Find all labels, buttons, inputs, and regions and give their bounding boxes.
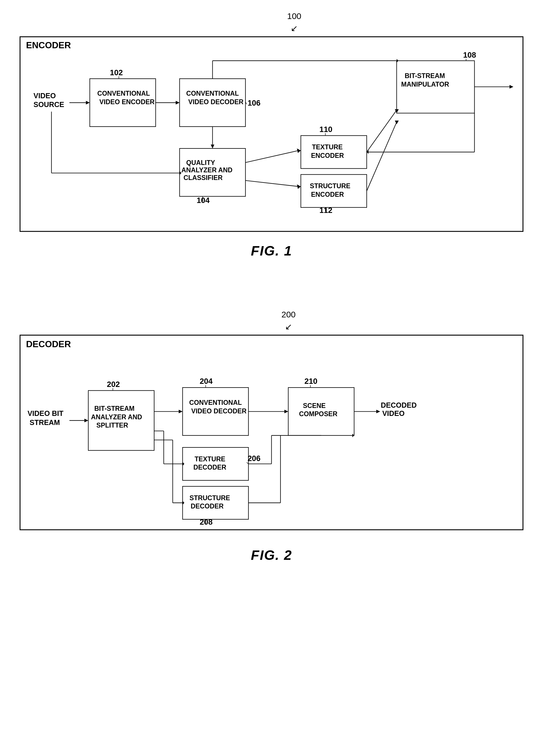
svg-marker-54 xyxy=(397,59,398,63)
svg-line-31 xyxy=(246,181,299,187)
svg-text:BIT-STREAM: BIT-STREAM xyxy=(94,405,135,412)
svg-text:DECODER: DECODER xyxy=(191,502,224,510)
svg-text:112: 112 xyxy=(319,206,332,215)
svg-text:STRUCTURE: STRUCTURE xyxy=(310,182,351,190)
svg-text:108: 108 xyxy=(463,51,476,59)
svg-marker-65 xyxy=(84,419,88,422)
svg-line-29 xyxy=(246,150,299,162)
svg-text:206: 206 xyxy=(248,454,261,463)
svg-line-45 xyxy=(367,122,397,191)
svg-marker-12 xyxy=(176,101,180,104)
figure-2-section: 200 ↙ DECODER VIDEO BIT STREAM BIT-STREA… xyxy=(17,310,526,563)
svg-text:VIDEO DECODER: VIDEO DECODER xyxy=(191,407,247,415)
svg-text:102: 102 xyxy=(110,68,123,77)
svg-text:DECODER: DECODER xyxy=(26,339,71,349)
svg-text:DECODER: DECODER xyxy=(193,464,226,471)
svg-text:VIDEO ENCODER: VIDEO ENCODER xyxy=(99,98,155,106)
svg-rect-60 xyxy=(20,335,523,530)
fig1-label: FIG. 1 xyxy=(251,243,292,259)
svg-marker-103 xyxy=(183,462,184,466)
svg-text:SOURCE: SOURCE xyxy=(33,100,64,108)
svg-marker-56 xyxy=(510,85,513,89)
svg-text:ENCODER: ENCODER xyxy=(311,152,344,159)
fig2-ref-200: 200 xyxy=(34,310,543,319)
svg-text:QUALITY: QUALITY xyxy=(186,159,215,166)
svg-text:MANIPULATOR: MANIPULATOR xyxy=(401,81,449,88)
svg-text:ENCODER: ENCODER xyxy=(311,191,344,198)
svg-text:106: 106 xyxy=(248,99,261,107)
svg-text:CONVENTIONAL: CONVENTIONAL xyxy=(186,90,239,97)
svg-marker-46 xyxy=(395,121,399,124)
fig2-svg: DECODER VIDEO BIT STREAM BIT-STREAM ANAL… xyxy=(17,332,526,542)
svg-text:STRUCTURE: STRUCTURE xyxy=(190,494,230,502)
svg-text:BIT-STREAM: BIT-STREAM xyxy=(405,72,445,79)
svg-text:TEXTURE: TEXTURE xyxy=(312,143,343,151)
svg-text:VIDEO BIT: VIDEO BIT xyxy=(28,410,64,418)
svg-marker-73 xyxy=(179,410,183,413)
svg-text:STREAM: STREAM xyxy=(30,418,60,426)
svg-line-43 xyxy=(367,110,397,152)
svg-text:204: 204 xyxy=(200,377,213,386)
svg-marker-30 xyxy=(297,148,301,153)
svg-text:DECODED: DECODED xyxy=(381,401,416,409)
svg-text:202: 202 xyxy=(107,380,120,389)
fig1-svg: ENCODER VIDEO SOURCE CONVENTIONAL VIDEO … xyxy=(17,34,526,237)
svg-text:VIDEO: VIDEO xyxy=(33,92,56,100)
svg-marker-80 xyxy=(284,410,288,413)
svg-text:TEXTURE: TEXTURE xyxy=(194,455,225,463)
svg-text:ENCODER: ENCODER xyxy=(26,40,71,50)
svg-text:210: 210 xyxy=(305,377,318,386)
fig2-label: FIG. 2 xyxy=(251,547,292,563)
fig2-diagram-wrapper: 200 ↙ DECODER VIDEO BIT STREAM BIT-STREA… xyxy=(17,310,526,542)
svg-marker-5 xyxy=(86,101,90,104)
figure-1-section: 100 ↙ ENCODER VIDEO SOURCE CONVENTIONAL … xyxy=(17,11,526,259)
page-content: 100 ↙ ENCODER VIDEO SOURCE CONVENTIONAL … xyxy=(17,11,526,563)
svg-text:VIDEO DECODER: VIDEO DECODER xyxy=(188,98,244,106)
svg-text:SPLITTER: SPLITTER xyxy=(97,422,128,429)
fig1-diagram-wrapper: 100 ↙ ENCODER VIDEO SOURCE CONVENTIONAL … xyxy=(17,11,526,237)
svg-text:VIDEO: VIDEO xyxy=(382,410,405,418)
svg-text:CLASSIFIER: CLASSIFIER xyxy=(183,174,223,181)
svg-marker-107 xyxy=(183,501,184,505)
svg-marker-32 xyxy=(297,185,301,189)
svg-text:208: 208 xyxy=(200,518,213,526)
svg-text:SCENE: SCENE xyxy=(303,402,326,409)
svg-marker-87 xyxy=(376,410,380,413)
svg-text:110: 110 xyxy=(319,125,332,134)
fig1-ref-100: 100 xyxy=(40,11,543,21)
svg-text:104: 104 xyxy=(197,196,210,205)
svg-text:CONVENTIONAL: CONVENTIONAL xyxy=(189,399,242,406)
svg-text:ANALYZER AND: ANALYZER AND xyxy=(91,413,142,421)
svg-rect-0 xyxy=(20,37,523,232)
svg-marker-19 xyxy=(211,145,214,148)
svg-text:ANALYZER AND: ANALYZER AND xyxy=(181,166,232,174)
svg-text:COMPOSER: COMPOSER xyxy=(299,411,338,418)
svg-text:CONVENTIONAL: CONVENTIONAL xyxy=(97,90,150,97)
